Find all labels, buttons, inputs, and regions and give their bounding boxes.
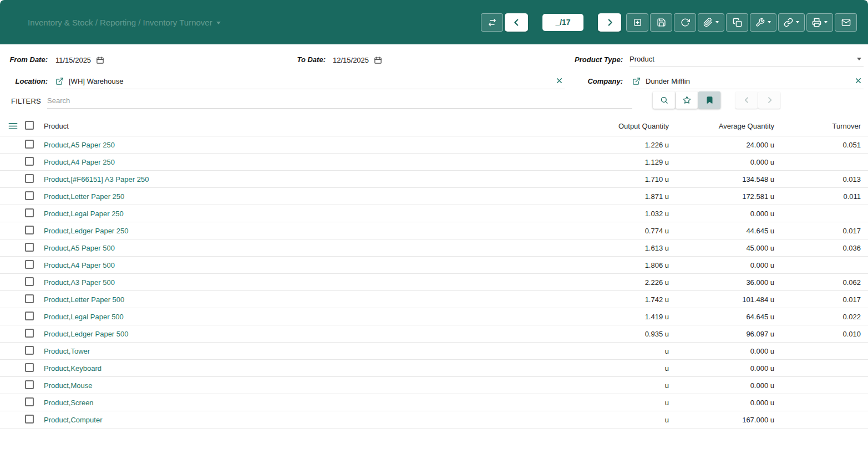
row-checkbox[interactable] [25,191,34,200]
save-button[interactable] [650,13,672,32]
chevron-down-icon [715,21,719,23]
table-row[interactable]: Product,Tower u 0.000 u [0,343,868,360]
select-all-checkbox[interactable] [25,121,34,130]
row-checkbox[interactable] [25,312,34,320]
bookmark-button[interactable] [698,91,720,109]
calendar-icon[interactable] [374,56,382,64]
row-checkbox[interactable] [25,260,34,269]
page-indicator[interactable]: _/17 [542,14,583,31]
output-quantity-cell: u [580,347,669,355]
row-checkbox[interactable] [25,397,34,406]
product-link[interactable]: Product,Tower [44,347,90,355]
refresh-button[interactable] [674,13,696,32]
row-checkbox[interactable] [25,243,34,252]
table-row[interactable]: Product,Computer u 167.000 u [0,411,868,428]
row-checkbox[interactable] [25,157,34,166]
row-checkbox[interactable] [25,140,34,149]
average-quantity-cell: 45.000 u [669,244,774,252]
product-link[interactable]: Product,A5 Paper 500 [44,244,115,252]
product-link[interactable]: Product,Keyboard [44,364,101,373]
new-record-icon [633,18,642,27]
table-row[interactable]: Product,A3 Paper 500 2.226 u 36.000 u 0.… [0,274,868,291]
transfer-button[interactable] [481,13,503,32]
row-checkbox[interactable] [25,226,34,234]
product-link[interactable]: Product,Ledger Paper 250 [44,227,129,235]
column-header-average-quantity[interactable]: Average Quantity [669,122,774,130]
output-quantity-cell: 1.032 u [580,210,669,218]
row-checkbox[interactable] [25,208,34,217]
product-link[interactable]: Product,Letter Paper 250 [44,192,124,201]
turnover-cell: 0.051 [774,141,861,149]
row-checkbox[interactable] [25,294,34,303]
column-header-turnover[interactable]: Turnover [774,122,861,130]
column-header-product[interactable]: Product [39,122,580,130]
table-row[interactable]: Product,Legal Paper 500 1.419 u 64.645 u… [0,308,868,325]
product-link[interactable]: Product,A4 Paper 250 [44,158,115,166]
breadcrumb[interactable]: Inventory & Stock / Reporting / Inventor… [28,18,221,27]
row-checkbox[interactable] [25,346,34,355]
actions-button[interactable] [750,13,776,32]
table-row[interactable]: Product,Letter Paper 500 1.742 u 101.484… [0,291,868,308]
product-type-select[interactable]: Product [630,52,864,67]
table-row[interactable]: Product,A4 Paper 500 1.806 u 0.000 u [0,257,868,274]
product-link[interactable]: Product,Letter Paper 500 [44,295,124,304]
row-checkbox[interactable] [25,415,34,424]
calendar-icon[interactable] [96,56,104,64]
link-button[interactable] [778,13,805,32]
product-link[interactable]: Product,Screen [44,399,94,407]
table-row[interactable]: Product,A5 Paper 250 1.226 u 24.000 u 0.… [0,136,868,154]
average-quantity-cell: 134.548 u [669,175,774,183]
table-row[interactable]: Product,Keyboard u 0.000 u [0,360,868,377]
favorites-button[interactable] [676,91,698,109]
table-row[interactable]: Product,Legal Paper 250 1.032 u 0.000 u [0,205,868,222]
product-link[interactable]: Product,A5 Paper 250 [44,141,115,149]
product-link[interactable]: Product,[#F66151] A3 Paper 250 [44,175,149,183]
print-button[interactable] [806,13,833,32]
next-page-button[interactable] [598,13,621,32]
row-checkbox[interactable] [25,363,34,372]
product-link[interactable]: Product,A4 Paper 500 [44,261,115,269]
row-checkbox[interactable] [25,329,34,338]
refresh-icon [681,18,690,27]
table-menu-button[interactable] [8,121,18,131]
email-button[interactable] [835,13,857,32]
previous-page-button[interactable] [505,13,528,32]
product-link[interactable]: Product,Legal Paper 250 [44,210,124,218]
product-link[interactable]: Product,Ledger Paper 500 [44,330,129,338]
location-value: [WH] Warehouse [69,77,124,85]
duplicate-button[interactable] [726,13,748,32]
output-quantity-cell: 2.226 u [580,278,669,287]
product-link[interactable]: Product,Computer [44,416,103,424]
product-link[interactable]: Product,Legal Paper 500 [44,313,124,321]
external-link-icon[interactable] [632,77,641,85]
table-row[interactable]: Product,Ledger Paper 250 0.774 u 44.645 … [0,222,868,239]
product-link[interactable]: Product,A3 Paper 500 [44,278,115,287]
row-checkbox[interactable] [25,174,34,183]
company-field[interactable]: Dunder Mifflin [632,73,864,89]
product-link[interactable]: Product,Mouse [44,381,92,390]
row-checkbox[interactable] [25,277,34,286]
table-row[interactable]: Product,A4 Paper 250 1.129 u 0.000 u [0,154,868,171]
filter-next-button[interactable] [758,91,780,109]
attachments-button[interactable] [698,13,724,32]
table-row[interactable]: Product,[#F66151] A3 Paper 250 1.710 u 1… [0,171,868,188]
to-date-label: To Date: [244,53,326,67]
table-row[interactable]: Product,A5 Paper 500 1.613 u 45.000 u 0.… [0,239,868,257]
from-date-field[interactable]: 11/15/2025 [55,53,104,67]
table-row[interactable]: Product,Letter Paper 250 1.871 u 172.581… [0,188,868,205]
external-link-icon[interactable] [55,77,64,85]
location-field[interactable]: [WH] Warehouse [55,73,565,89]
column-header-output-quantity[interactable]: Output Quantity [580,122,669,130]
to-date-field[interactable]: 12/15/2025 [333,53,382,67]
table-row[interactable]: Product,Screen u 0.000 u [0,394,868,411]
average-quantity-cell: 0.000 u [669,261,774,269]
search-button[interactable] [653,91,675,109]
filter-prev-button[interactable] [735,91,758,109]
table-row[interactable]: Product,Ledger Paper 500 0.935 u 96.097 … [0,325,868,343]
new-record-button[interactable] [626,13,648,32]
table-row[interactable]: Product,Mouse u 0.000 u [0,377,868,394]
clear-company-button[interactable] [854,76,862,85]
row-checkbox[interactable] [25,380,34,389]
search-input[interactable] [47,93,632,109]
average-quantity-cell: 0.000 u [669,347,774,355]
